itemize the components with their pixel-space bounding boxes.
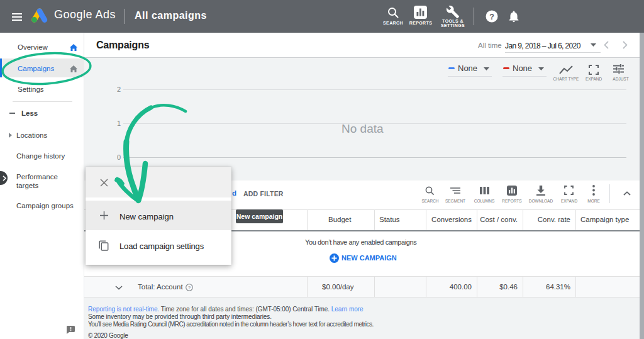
svg-text:?: ? bbox=[489, 13, 494, 21]
svg-text:?: ? bbox=[188, 285, 191, 291]
